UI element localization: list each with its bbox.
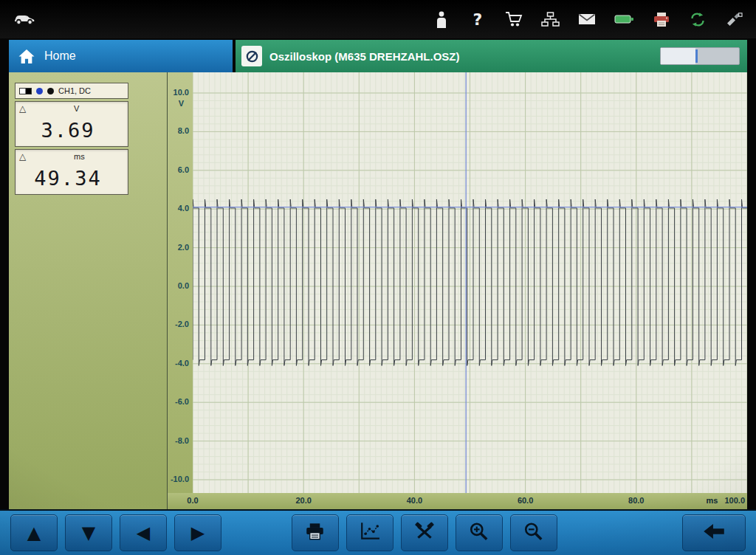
help-icon[interactable]: ? [469,10,487,29]
channel-color-dot-black [47,88,54,94]
progress-thumb[interactable] [695,49,698,63]
y-axis-unit: V [179,99,184,108]
x-tick-label: 100.0 [724,496,745,505]
device-screen: ? [0,0,756,555]
y-tick-label: 2.0 [178,243,189,252]
x-tick-label: 80.0 [624,496,649,505]
printer-icon[interactable] [653,10,670,29]
status-icons: ? [433,10,743,29]
scroll-up-button[interactable]: ▲ [10,514,58,551]
up-arrow-icon: ▲ [27,524,41,542]
y-tick-label: 10.0 [173,88,189,97]
graph-settings-button[interactable] [346,514,394,551]
scope-canvas [193,72,747,493]
sync-icon [689,10,707,29]
header-row: Home Oszilloskop (M635 DREHZAHL.OSZ) [9,40,747,72]
person-icon[interactable] [433,10,450,29]
home-label: Home [44,49,76,63]
status-bar: ? [0,0,756,38]
channel-color-dot-blue [36,88,43,94]
workflow-icon[interactable] [541,10,560,29]
channel-header[interactable]: CH1, DC [15,83,128,99]
tools-button[interactable] [401,514,448,551]
down-arrow-icon: ▼ [82,524,95,542]
delta-icon: △ [19,103,26,114]
page-title: Oszilloskop (M635 DREHZAHL.OSZ) [269,50,653,63]
x-tick-label: 40.0 [402,496,427,505]
measurement-delta-time[interactable]: △ ms 49.34 [15,149,128,195]
delta-icon: △ [19,151,26,162]
y-tick-label: -6.0 [175,397,189,406]
back-button[interactable] [682,514,746,551]
trace-style-swatch [19,88,32,94]
x-tick-label-with-unit: ms100.0 [707,496,745,505]
x-tick-label: 20.0 [291,496,316,505]
printer-icon [305,523,325,543]
measurement-value-ms: 49.34 [16,167,120,190]
valve-icon[interactable] [725,10,743,29]
scroll-down-button[interactable]: ▼ [65,514,112,551]
back-arrow-icon [701,522,727,544]
measurement-delta-voltage[interactable]: △ V 3.69 [15,101,128,147]
progress-fill [661,48,695,64]
measurement-unit-v: V [74,104,79,113]
y-tick-label: -4.0 [175,359,189,368]
home-icon [18,46,35,66]
y-tick-label: 6.0 [178,165,189,174]
tools-icon [414,522,435,544]
oscilloscope-area: 10.0V8.06.04.02.00.0-2.0-4.0-6.0-8.0-10.… [167,72,747,509]
channel-label: CH1, DC [58,86,91,95]
x-tick-label: 0.0 [180,496,205,505]
y-tick-label: 8.0 [178,126,189,135]
scroll-right-button[interactable]: ▶ [174,514,221,551]
scope-x-axis: 0.020.040.060.080.0ms100.0 [168,493,747,509]
left-arrow-icon: ◀ [137,524,150,542]
zoom-in-button[interactable] [456,514,503,551]
y-tick-label: 0.0 [178,281,189,290]
print-button[interactable] [292,514,339,551]
measurement-unit-ms: ms [74,152,85,161]
position-slider[interactable] [660,47,740,65]
y-tick-label: -2.0 [175,320,189,328]
measurement-value-v: 3.69 [16,119,120,142]
right-arrow-icon: ▶ [191,524,205,542]
scope-y-axis: 10.0V8.06.04.02.00.0-2.0-4.0-6.0-8.0-10.… [168,72,193,493]
scope-plot[interactable] [193,72,747,493]
y-tick-label: -10.0 [171,475,189,483]
y-tick-label: -8.0 [175,436,189,445]
oscilloscope-icon [241,46,262,66]
x-axis-unit: ms [707,496,718,505]
title-bar: Oszilloskop (M635 DREHZAHL.OSZ) [236,40,747,72]
y-tick-label: 4.0 [178,204,189,213]
graph-settings-icon [360,522,380,544]
car-icon[interactable] [13,10,35,29]
scroll-left-button[interactable]: ◀ [120,514,167,551]
battery-icon [614,10,634,29]
cart-icon[interactable] [505,10,523,29]
zoom-out-icon [523,522,544,544]
home-button[interactable]: Home [9,40,233,72]
toolbar: ▲ ▼ ◀ ▶ [0,509,756,555]
zoom-out-button[interactable] [510,514,557,551]
mail-icon[interactable] [578,10,596,29]
sidebar: CH1, DC △ V 3.69 △ ms 49.34 [9,72,167,509]
x-tick-label: 60.0 [513,496,538,505]
zoom-in-icon [469,522,489,544]
main-area: CH1, DC △ V 3.69 △ ms 49.34 10.0V8.06.04… [9,72,747,509]
